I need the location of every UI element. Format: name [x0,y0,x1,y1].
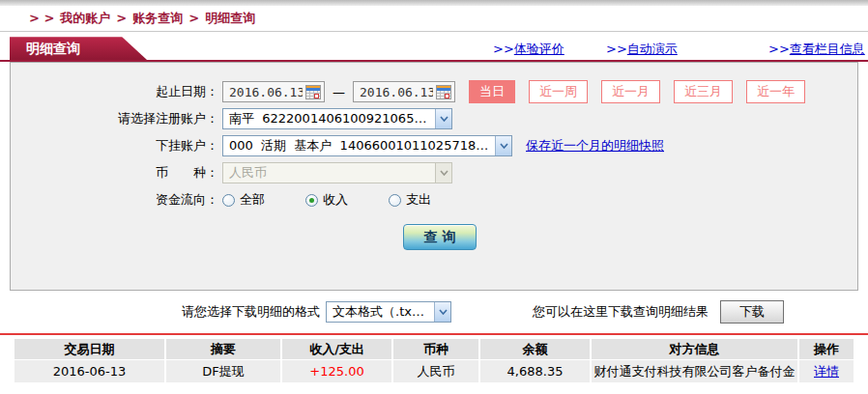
cell-action: 详情 [799,360,854,382]
download-format-value: 文本格式（.txt） [327,303,434,321]
currency-label: 币 种： [11,164,218,182]
quick-range-year-button[interactable]: 近一年 [746,80,805,103]
query-form: 起止日期： — [10,62,858,291]
currency-select: 人民币 [222,162,452,183]
calendar-icon[interactable] [305,85,321,99]
radio-label: 支出 [406,191,431,209]
table-header-row: 交易日期 摘要 收入/支出 币种 余额 对方信息 操作 [14,339,854,359]
chevron-down-icon [435,163,451,183]
link-experience-rating[interactable]: >>体验评价 [493,41,564,58]
radio-checked-icon [305,194,318,207]
save-snapshot-link[interactable]: 保存近一个月的明细快照 [526,137,664,155]
breadcrumb-separator: > [188,11,199,25]
cell-counterparty: 财付通支付科技有限公司客户备付金 [592,360,797,382]
radio-flow-all[interactable]: 全部 [222,191,265,209]
start-date-input[interactable] [229,85,303,99]
breadcrumb-item-account-query[interactable]: 账务查询 [132,11,183,25]
download-format-select[interactable]: 文本格式（.txt） [326,301,451,323]
date-range-row: 起止日期： — [11,78,857,105]
quick-range-week-button[interactable]: 近一周 [529,80,588,103]
link-prefix: >> [606,42,627,56]
divider [0,31,868,32]
currency-row: 币 种： 人民币 [11,159,857,186]
result-table: 交易日期 摘要 收入/支出 币种 余额 对方信息 操作 2016-06-13 D… [14,339,854,382]
link-label: 查看栏目信息 [790,42,865,56]
end-date-input[interactable] [360,85,433,99]
quick-range-month-button[interactable]: 近一月 [601,80,660,103]
link-view-column-info[interactable]: >>查看栏目信息 [768,41,865,58]
header-currency: 币种 [393,339,478,359]
download-button[interactable]: 下载 [720,300,784,324]
date-range-label: 起止日期： [11,83,218,100]
date-separator: — [333,85,345,99]
download-hint: 您可以在这里下载查询明细结果 [533,303,709,321]
radio-flow-income[interactable]: 收入 [305,191,348,209]
page: > >我的账户>账务查询>明细查询 明细查询 >>体验评价 >>自动演示 >>查… [0,0,868,394]
header-date: 交易日期 [14,339,164,359]
header-action: 操作 [799,339,854,359]
detail-link[interactable]: 详情 [814,364,839,379]
download-format-label: 请您选择下载明细的格式 [182,303,320,321]
breadcrumb-item-my-account[interactable]: 我的账户 [60,11,110,25]
breadcrumb-prefix: > > [29,11,54,25]
fund-flow-row: 资金流向： 全部 收入 支出 [11,186,857,213]
header-counterparty: 对方信息 [592,339,797,359]
link-prefix: >> [768,42,790,56]
table-top-divider [0,333,868,335]
sub-account-row: 下挂账户： 000 活期 基本户 1406600101102571848 保存近… [11,132,857,159]
register-account-label: 请选择注册账户： [11,110,218,127]
chevron-down-icon [495,136,511,155]
cell-balance: 4,688.35 [480,360,590,382]
cell-currency: 人民币 [393,360,478,382]
header-amount: 收入/支出 [282,339,391,359]
sub-account-label: 下挂账户： [11,137,218,155]
chevron-down-icon [434,302,450,322]
register-account-value: 南平 6222001406100921065 灵通卡 [223,110,435,127]
end-date-field [353,81,455,102]
cell-date: 2016-06-13 [14,360,164,382]
table-row: 2016-06-13 DF提现 +125.00 人民币 4,688.35 财付通… [14,360,854,382]
sub-account-value: 000 活期 基本户 1406600101102571848 [223,137,495,155]
header-balance: 余额 [480,339,590,359]
calendar-icon[interactable] [436,85,451,99]
register-account-row: 请选择注册账户： 南平 6222001406100921065 灵通卡 [11,105,857,132]
radio-icon [389,194,401,207]
breadcrumb: > >我的账户>账务查询>明细查询 [0,6,868,31]
tab-detail-query[interactable]: 明细查询 [10,37,147,60]
link-auto-demo[interactable]: >>自动演示 [606,41,678,58]
radio-label: 收入 [323,191,348,209]
radio-flow-expense[interactable]: 支出 [389,191,431,209]
cell-summary: DF提现 [166,360,280,382]
link-prefix: >> [493,42,514,56]
breadcrumb-separator: > [116,11,127,25]
currency-value: 人民币 [223,164,273,182]
header-summary: 摘要 [166,339,280,359]
download-row: 请您选择下载明细的格式 文本格式（.txt） 您可以在这里下载查询明细结果 下载 [182,297,868,326]
tab-bar: 明细查询 >>体验评价 >>自动演示 >>查看栏目信息 [0,37,868,60]
cell-amount: +125.00 [282,360,391,382]
fund-flow-label: 资金流向： [11,191,218,209]
query-button-row: 查 询 [11,224,857,250]
link-label: 体验评价 [514,42,564,56]
link-label: 自动演示 [627,42,678,56]
start-date-field [222,81,325,102]
sub-account-select[interactable]: 000 活期 基本户 1406600101102571848 [222,135,512,156]
query-button[interactable]: 查 询 [403,224,477,250]
register-account-select[interactable]: 南平 6222001406100921065 灵通卡 [222,108,452,129]
radio-label: 全部 [240,191,265,209]
breadcrumb-item-detail-query[interactable]: 明细查询 [205,11,255,25]
quick-range-today-button[interactable]: 当日 [469,80,515,103]
radio-icon [222,194,235,207]
chevron-down-icon [435,109,451,128]
quick-range-quarter-button[interactable]: 近三月 [674,80,733,103]
